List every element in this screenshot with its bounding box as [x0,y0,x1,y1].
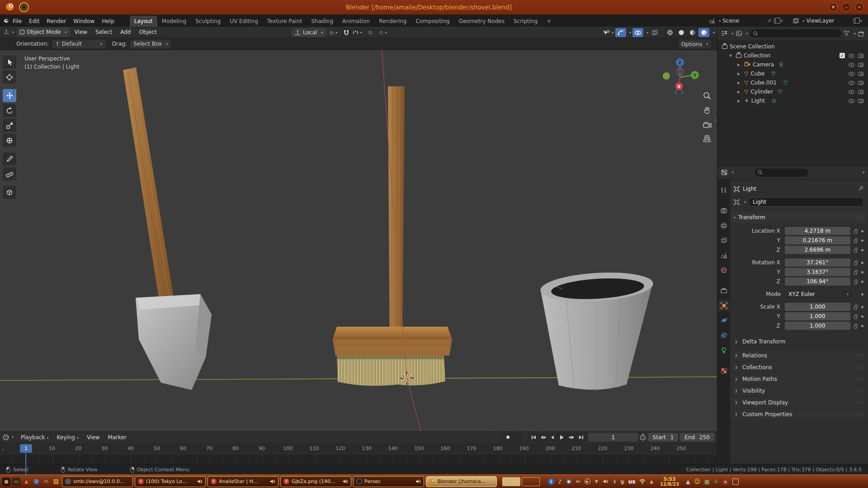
light-data-icon[interactable]: ⊙ [772,98,776,104]
tab-geometry-nodes[interactable]: Geometry Nodes [454,16,509,27]
tab-texture-paint[interactable]: Texture Paint [263,16,307,27]
prev-keyframe-button[interactable] [538,433,547,441]
smiley-tray-icon[interactable]: ☺ [694,478,700,485]
filter-funnel-icon[interactable] [844,30,850,37]
lock-icon[interactable] [854,281,858,284]
lock-icon[interactable] [854,325,858,328]
panel-collapse-chevron[interactable]: ‹ [715,117,717,123]
stopwatch-icon[interactable] [640,434,646,441]
lock-icon[interactable] [854,262,858,265]
play-button[interactable] [557,433,566,441]
outliner-row-camera[interactable]: ▶ Camera ⌗ [718,60,867,69]
pan-hand-icon[interactable] [703,107,712,116]
timeline-editor-icon[interactable] [3,434,9,441]
scale-x-field[interactable]: 1.000 [785,303,850,311]
selectability-visibility-dropdown[interactable] [603,28,614,37]
dictionary-tray-icon[interactable]: a [722,479,728,485]
render-visibility-icon[interactable] [858,81,863,85]
panel-custom-properties[interactable]: ❯Custom Properties∷∷ [731,408,866,420]
pivot-point-dropdown[interactable]: ◎ [328,28,339,37]
disclosure-closed-icon[interactable]: ▶ [737,72,742,76]
menu-file[interactable]: File [9,16,25,27]
rotation-x-field[interactable]: 37.261° [785,258,850,267]
drag-handle-icon[interactable]: ∷∷ [856,365,863,370]
broom-object[interactable] [333,86,452,386]
animate-dot-icon[interactable] [861,262,863,264]
tool-select-box[interactable] [3,56,16,69]
tab-object-data[interactable] [718,345,730,356]
hide-eye-icon[interactable] [849,99,854,103]
tool-scale[interactable] [3,119,16,132]
overlays-toggle[interactable] [632,28,643,37]
pin-icon[interactable] [766,18,772,24]
camera-view-icon[interactable] [703,122,712,130]
task-window-tokyo[interactable]: V (100) Tokyo Lo... [135,476,206,487]
shading-solid-button[interactable] [676,28,687,37]
disclosure-open-icon[interactable]: ▼ [729,54,734,58]
menu-add[interactable]: Add [117,28,134,37]
rotation-mode-dropdown[interactable]: XYZ Euler [785,290,852,298]
xray-toggle[interactable] [650,28,660,37]
tab-sculpting[interactable]: Sculpting [191,16,225,27]
hide-eye-icon[interactable] [849,54,854,58]
calculator-tray-icon[interactable]: ▦ [704,479,709,485]
tool-move[interactable] [3,89,16,102]
collection-checkbox[interactable]: ✓ [840,53,845,58]
editor-type-icon[interactable] [3,29,9,35]
menu-window[interactable]: Window [70,16,98,27]
next-keyframe-button[interactable] [567,433,576,441]
drag-handle-icon[interactable]: ∷∷ [856,400,863,405]
transform-panel-header[interactable]: Transform ∷∷ [731,212,866,223]
new-viewlayer-icon[interactable] [854,19,858,23]
shading-material-button[interactable] [687,28,698,37]
scale-z-field[interactable]: 1.000 [785,322,850,330]
new-scene-icon[interactable] [774,19,778,23]
tab-view-layer[interactable] [718,235,730,246]
bluetooth-tray-icon[interactable] [613,479,617,485]
panel-motion-paths[interactable]: ❯Motion Paths∷∷ [731,373,866,385]
tab-uv-editing[interactable]: UV Editing [225,16,263,27]
disclosure-closed-icon[interactable]: ▶ [737,63,742,67]
proportional-falloff-dropdown[interactable]: ∩ [377,28,388,37]
scene-canvas[interactable] [0,50,717,432]
animate-dot-icon[interactable] [861,315,863,318]
tool-rotate[interactable] [3,104,16,117]
outliner-row-cube001[interactable]: ▶ ▽ Cube.001 ▽ [718,78,867,87]
lock-icon[interactable] [854,316,858,319]
outliner-row-cube[interactable]: ▶ ▽ Cube ▽ [718,69,867,78]
drag-handle-icon[interactable]: ∷∷ [856,412,863,417]
tab-output[interactable] [718,220,730,231]
app-menu-icon[interactable]: ▦ [2,478,10,486]
options-dropdown[interactable]: Options [678,40,711,48]
keyboard-layout-indicator[interactable]: us [628,479,636,485]
task-window-parsec[interactable]: Parsec [353,476,424,487]
tab-texture[interactable] [718,365,730,376]
tab-rendering[interactable]: Rendering [374,16,411,27]
clock[interactable]: 5:53 12/8/23 [660,477,679,487]
orientation-default-dropdown[interactable]: Default [52,40,105,48]
outliner-row-light[interactable]: ▶ ☀ Light ⊙ [718,96,867,105]
show-desktop-icon[interactable]: ▭ [12,478,20,486]
breadcrumb-object-name[interactable]: Light [743,186,756,192]
tab-constraints[interactable] [718,330,730,341]
drag-handle-icon[interactable]: ∷∷ [856,353,863,358]
properties-editor-icon[interactable] [721,169,727,176]
snap-with-dropdown[interactable] [352,28,363,37]
tab-physics[interactable] [718,315,730,326]
menu-select[interactable]: Select [92,28,116,37]
animate-dot-icon[interactable] [861,325,863,327]
rocket-tray-icon[interactable]: ▲ [686,479,690,485]
frame-end-field[interactable]: End 250 [680,433,714,441]
recorder-tray-icon[interactable]: ♆ [594,479,599,484]
tray-browser-icon[interactable] [32,478,40,486]
info-tray-icon[interactable]: i [548,479,554,485]
timeline-tick-strip[interactable] [0,454,717,464]
animate-dot-icon[interactable] [861,239,863,242]
remove-viewlayer-icon[interactable]: ✕ [859,19,863,23]
tab-scene[interactable] [718,250,730,261]
tool-add-cube[interactable] [3,186,16,199]
new-collection-icon[interactable] [858,30,864,37]
lock-icon[interactable] [854,240,858,243]
menu-playback[interactable]: Playback [17,433,52,442]
panel-visibility[interactable]: ❯Visibility∷∷ [731,385,866,396]
